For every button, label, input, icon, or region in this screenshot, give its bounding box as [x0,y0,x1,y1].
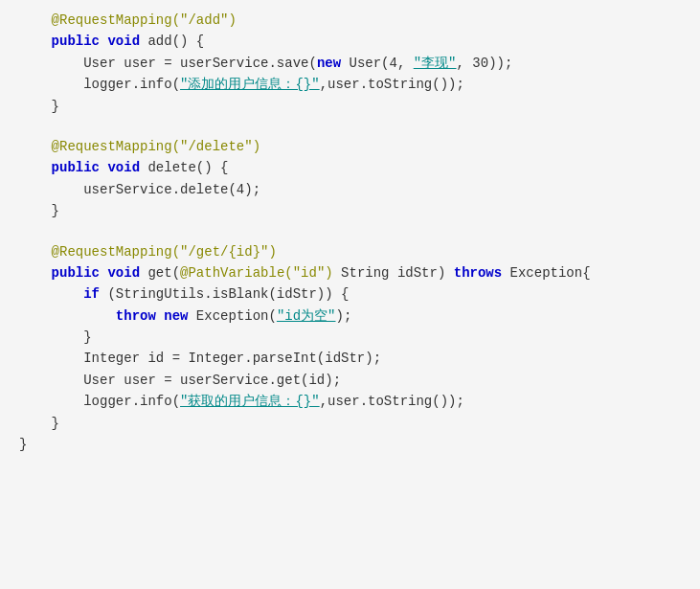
code-line: Integer id = Integer.parseInt(idStr); [0,348,700,369]
code-token: User [83,56,116,71]
code-line: public void add() { [0,31,700,52]
code-line: } [0,96,700,117]
code-token: user = userService.get(id); [116,373,341,388]
code-token: } [52,99,59,114]
code-token: , 30)); [457,56,513,71]
code-line: public void delete() { [0,157,700,178]
code-line: logger.info("添加的用户信息：{}",user.toString()… [0,74,700,95]
code-line: @RequestMapping("/delete") [0,136,700,157]
code-token: void [107,265,140,281]
code-line: User user = userService.get(id); [0,370,700,391]
code-token: userService.delete(4); [83,182,260,197]
code-line: } [0,434,700,455]
code-line: throw new Exception("id为空"); [0,306,700,327]
code-token: @RequestMapping("/delete") [52,139,260,154]
code-token: "id为空" [277,308,336,324]
code-token: User(4, [341,56,414,71]
code-line-empty [0,126,700,136]
code-token: delete() { [140,160,228,175]
code-token: } [19,437,27,452]
code-token: ,user.toString()); [320,394,464,409]
code-line-empty [0,222,700,232]
code-line: @RequestMapping("/get/{id}") [0,241,700,262]
code-token: "李现" [414,56,457,71]
code-token: "添加的用户信息：{}" [180,77,320,92]
code-line-empty [0,232,700,241]
code-token: } [83,329,91,345]
code-line: } [0,200,700,221]
code-line: } [0,327,700,348]
code-token: throws [454,265,502,281]
code-token: new [164,308,188,324]
code-token: new [317,56,341,71]
code-token: Integer [83,351,140,366]
code-token: } [52,416,59,431]
code-token: } [52,203,59,218]
code-line: } [0,413,700,434]
code-token: public [52,265,100,281]
code-token: void [107,34,140,49]
code-line: @RequestMapping("/add") [0,10,700,31]
code-line: logger.info("获取的用户信息：{}",user.toString()… [0,391,700,412]
code-token: @PathVariable("id") [180,265,333,281]
code-token: Exception( [188,308,276,324]
code-token: (StringUtils.isBlank(idStr)) { [100,286,349,302]
code-line: User user = userService.save(new User(4,… [0,53,700,74]
code-token: logger.info( [83,77,180,92]
code-token: user = userService.save( [116,56,317,71]
code-token: id = Integer.parseInt(idStr); [140,351,381,366]
code-token: throw [116,308,156,324]
code-token: ,user.toString()); [320,77,464,92]
code-token: add() { [140,34,204,49]
code-token: logger.info( [83,394,180,409]
code-token: ); [336,308,352,324]
code-token: @RequestMapping("/add") [52,12,237,28]
code-token: String idStr) [333,265,454,281]
code-token: "获取的用户信息：{}" [180,394,320,409]
code-token: @RequestMapping("/get/{id}") [52,244,277,260]
code-line: userService.delete(4); [0,179,700,200]
code-token: public [52,160,100,175]
code-line: if (StringUtils.isBlank(idStr)) { [0,283,700,305]
code-token: Exception{ [502,265,590,281]
code-token: public [52,34,100,49]
code-token: if [83,286,100,302]
code-line: public void get(@PathVariable("id") Stri… [0,262,700,283]
code-editor: @RequestMapping("/add") public void add(… [0,0,700,589]
code-token: void [107,160,140,175]
code-token [156,308,164,324]
code-token: User [83,373,116,388]
code-token: get( [140,265,180,281]
code-line-empty [0,117,700,126]
